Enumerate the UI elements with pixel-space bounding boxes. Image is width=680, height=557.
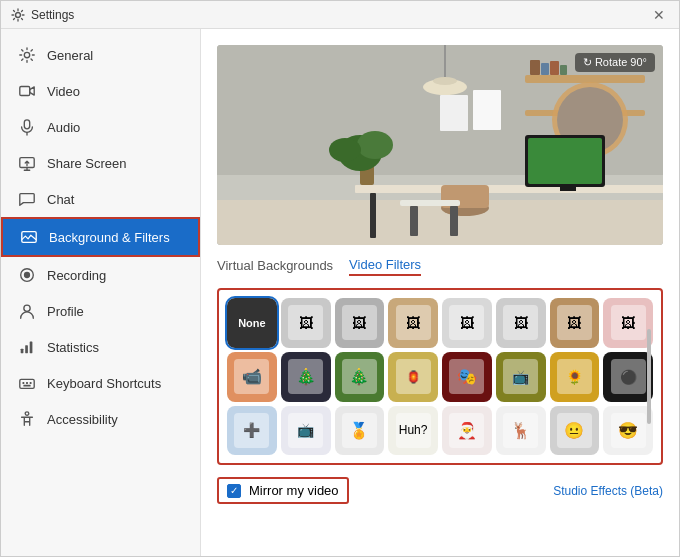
filter-19[interactable]: Huh? (388, 406, 438, 456)
mirror-checkbox[interactable]: ✓ (227, 484, 241, 498)
svg-rect-2 (20, 87, 30, 96)
svg-point-1 (24, 52, 29, 57)
settings-icon (11, 8, 25, 22)
scrollbar[interactable] (647, 329, 651, 423)
titlebar: Settings ✕ (1, 1, 679, 29)
sidebar-label-statistics: Statistics (47, 340, 99, 355)
sidebar-item-keyboard[interactable]: Keyboard Shortcuts (1, 365, 200, 401)
svg-rect-3 (24, 120, 29, 129)
tab-video-filters[interactable]: Video Filters (349, 257, 421, 276)
svg-rect-42 (400, 200, 460, 206)
rotate-button[interactable]: ↻ Rotate 90° (575, 53, 655, 72)
sidebar: General Video Audio Share Screen (1, 29, 201, 556)
filter-18[interactable]: 🏅 (335, 406, 385, 456)
sidebar-label-background: Background & Filters (49, 230, 170, 245)
title-text: Settings (31, 8, 74, 22)
filter-15[interactable]: ⚫ (603, 352, 653, 402)
filter-3[interactable]: 🖼 (388, 298, 438, 348)
profile-icon (17, 301, 37, 321)
sidebar-item-recording[interactable]: Recording (1, 257, 200, 293)
chat-icon (17, 189, 37, 209)
svg-rect-16 (30, 382, 32, 384)
close-button[interactable]: ✕ (649, 5, 669, 25)
filter-21[interactable]: 🦌 (496, 406, 546, 456)
sidebar-item-video[interactable]: Video (1, 73, 200, 109)
svg-point-18 (25, 412, 29, 416)
video-preview: ↻ Rotate 90° (217, 45, 663, 245)
svg-rect-12 (30, 342, 33, 354)
sidebar-item-statistics[interactable]: Statistics (1, 329, 200, 365)
sidebar-item-accessibility[interactable]: Accessibility (1, 401, 200, 437)
sidebar-item-background[interactable]: Background & Filters (1, 217, 200, 257)
desk-scene-image (217, 45, 663, 245)
filter-11[interactable]: 🏮 (388, 352, 438, 402)
sidebar-label-audio: Audio (47, 120, 80, 135)
svg-rect-11 (25, 345, 28, 353)
svg-point-38 (357, 131, 393, 159)
filter-5[interactable]: 🖼 (496, 298, 546, 348)
filter-7[interactable]: 🖼 (603, 298, 653, 348)
filter-12[interactable]: 🎭 (442, 352, 492, 402)
share-screen-icon (17, 153, 37, 173)
svg-point-8 (24, 272, 30, 278)
svg-rect-21 (217, 200, 663, 245)
gear-icon (17, 45, 37, 65)
video-icon (17, 81, 37, 101)
statistics-icon (17, 337, 37, 357)
sidebar-item-profile[interactable]: Profile (1, 293, 200, 329)
accessibility-icon (17, 409, 37, 429)
svg-rect-15 (26, 382, 28, 384)
filter-14[interactable]: 🌻 (550, 352, 600, 402)
filter-8[interactable]: 📹 (227, 352, 277, 402)
sidebar-label-share-screen: Share Screen (47, 156, 127, 171)
filter-4[interactable]: 🖼 (442, 298, 492, 348)
mirror-video-row: ✓ Mirror my video (217, 477, 349, 504)
svg-rect-31 (370, 193, 376, 238)
filter-1[interactable]: 🖼 (281, 298, 331, 348)
sidebar-label-recording: Recording (47, 268, 106, 283)
filters-grid-container: None 🖼 🖼 🖼 🖼 🖼 🖼 🖼 📹 🎄 🎄 🏮 🎭 (217, 288, 663, 465)
filter-6[interactable]: 🖼 (550, 298, 600, 348)
filter-16[interactable]: ➕ (227, 406, 277, 456)
background-icon (19, 227, 39, 247)
filter-10[interactable]: 🎄 (335, 352, 385, 402)
keyboard-icon (17, 373, 37, 393)
sidebar-item-audio[interactable]: Audio (1, 109, 200, 145)
recording-icon (17, 265, 37, 285)
sidebar-label-chat: Chat (47, 192, 74, 207)
filter-2[interactable]: 🖼 (335, 298, 385, 348)
filter-22[interactable]: 😐 (550, 406, 600, 456)
svg-rect-22 (525, 75, 645, 83)
svg-rect-27 (541, 63, 549, 75)
sidebar-item-chat[interactable]: Chat (1, 181, 200, 217)
studio-effects-link[interactable]: Studio Effects (Beta) (553, 484, 663, 498)
svg-point-39 (329, 138, 361, 162)
sidebar-label-keyboard: Keyboard Shortcuts (47, 376, 161, 391)
svg-rect-10 (21, 349, 24, 354)
filter-23[interactable]: 😎 (603, 406, 653, 456)
svg-rect-44 (450, 206, 458, 236)
filter-9[interactable]: 🎄 (281, 352, 331, 402)
filter-20[interactable]: 🎅 (442, 406, 492, 456)
sidebar-item-share-screen[interactable]: Share Screen (1, 145, 200, 181)
svg-rect-29 (560, 65, 567, 75)
audio-icon (17, 117, 37, 137)
main-content: ↻ Rotate 90° Virtual Backgrounds Video F… (201, 29, 679, 556)
tab-virtual-backgrounds[interactable]: Virtual Backgrounds (217, 258, 333, 275)
content-area: General Video Audio Share Screen (1, 29, 679, 556)
svg-rect-17 (23, 385, 30, 387)
tabs-row: Virtual Backgrounds Video Filters (217, 257, 663, 276)
filter-13[interactable]: 📺 (496, 352, 546, 402)
svg-rect-43 (410, 206, 418, 236)
svg-rect-46 (473, 90, 501, 130)
filter-none[interactable]: None (227, 298, 277, 348)
settings-window: Settings ✕ General Video (0, 0, 680, 557)
svg-rect-28 (550, 61, 559, 75)
sidebar-label-general: General (47, 48, 93, 63)
svg-point-9 (24, 305, 30, 311)
sidebar-label-accessibility: Accessibility (47, 412, 118, 427)
svg-point-0 (16, 12, 21, 17)
filter-17[interactable]: 📺 (281, 406, 331, 456)
sidebar-item-general[interactable]: General (1, 37, 200, 73)
filters-grid: None 🖼 🖼 🖼 🖼 🖼 🖼 🖼 📹 🎄 🎄 🏮 🎭 (227, 298, 653, 455)
